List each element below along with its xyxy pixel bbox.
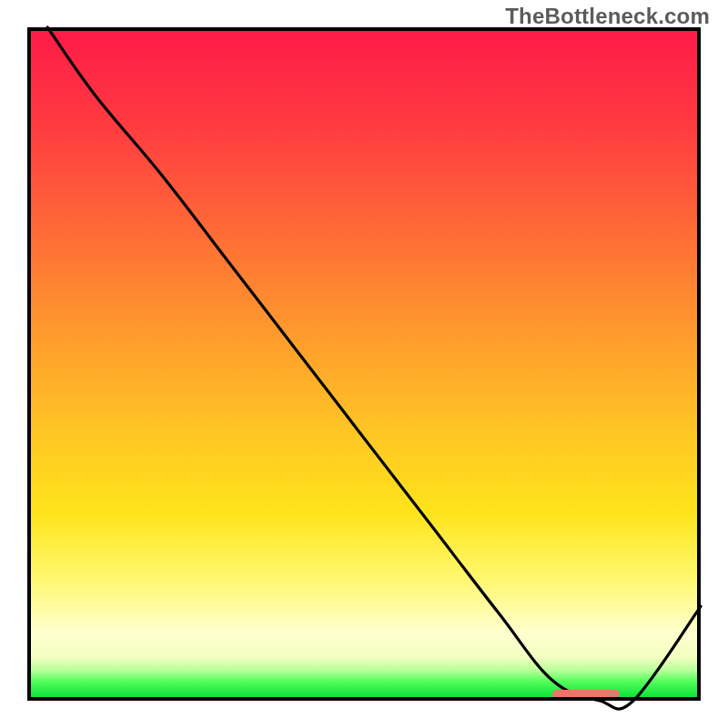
- curve-svg: [27, 27, 701, 701]
- optimal-marker: [552, 690, 620, 699]
- chart-wrapper: TheBottleneck.com: [0, 0, 728, 728]
- bottleneck-curve: [47, 27, 701, 709]
- plot-area: [27, 27, 701, 701]
- watermark-text: TheBottleneck.com: [505, 4, 710, 29]
